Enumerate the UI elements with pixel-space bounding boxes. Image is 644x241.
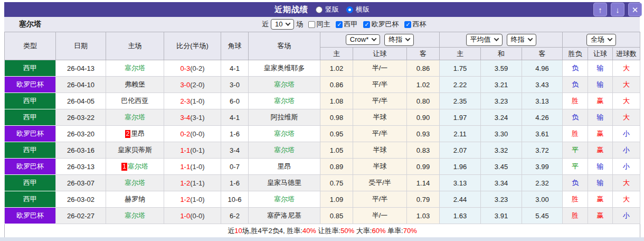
match-date: 26-03-20 xyxy=(56,126,106,142)
home-team: 巴伦西亚 xyxy=(106,93,164,109)
match-count-select[interactable]: 10 xyxy=(271,19,294,30)
avg-away-odds: 4.96 xyxy=(522,60,563,77)
league-badge: 欧罗巴杯 xyxy=(5,77,56,93)
away-odds: 0.86 xyxy=(407,60,440,77)
match-date: 26-03-13 xyxy=(56,159,106,175)
home-odds: 0.85 xyxy=(320,208,353,224)
same-home-checkbox[interactable] xyxy=(308,21,315,28)
avg-home-odds: 2.22 xyxy=(440,77,481,93)
match-date: 26-04-13 xyxy=(56,60,106,77)
laliga-checkbox[interactable]: ✓ xyxy=(336,21,343,28)
summary-row: 近10场,胜4平2负4, 胜率:40% 让胜率:50% 大率:60% 单率:70… xyxy=(5,224,640,238)
avg-away-odds: 5.45 xyxy=(522,208,563,224)
avg-home-odds: 2.35 xyxy=(440,93,481,109)
avg-home-odds: 2.11 xyxy=(440,126,481,142)
avg-draw-odds: 3.59 xyxy=(481,60,522,77)
layout-horizontal-radio[interactable]: 横版 xyxy=(346,5,370,14)
sub-header-avg-draw: 和 xyxy=(481,48,522,60)
table-row: 欧罗巴杯 26-03-13 1塞尔塔 1-1(1-0) 0-7 里昂 0.89 … xyxy=(5,159,640,175)
move-up-button[interactable]: ↑ xyxy=(593,3,607,16)
rank-badge: 1 xyxy=(121,163,127,171)
away-odds: 0.79 xyxy=(407,191,440,208)
average-group-header: 平均值 终指 xyxy=(440,32,563,48)
winloss-result: 负 xyxy=(563,175,588,191)
avg-draw-odds: 3.30 xyxy=(481,126,522,142)
full-match-select[interactable]: 全场 xyxy=(586,34,616,46)
sub-header-handicap-result: 让球 xyxy=(588,48,613,60)
corner-score: 3-0 xyxy=(221,77,249,93)
away-odds: 0.93 xyxy=(407,126,440,142)
table-row: 西甲 26-04-13 塞尔塔 0-3(0-2) 4-1 皇家奥维耶多 1.02… xyxy=(5,60,640,77)
close-button[interactable]: ✕ xyxy=(628,3,642,16)
league-filter-copa[interactable]: ✓ 西杯 xyxy=(404,20,427,29)
goals-result: 大 xyxy=(613,93,640,109)
away-team: 塞尔塔 xyxy=(249,93,320,109)
table-row: 欧罗巴杯 26-03-20 2里昂 0-2(0-0) 1-6 塞尔塔 0.95 … xyxy=(5,126,640,142)
move-down-button[interactable]: ↓ xyxy=(611,3,624,16)
table-row: 欧罗巴杯 26-02-27 塞尔塔 1-0(0-0) 6-2 塞萨洛尼基 0.8… xyxy=(5,208,640,224)
final-odds-select-2[interactable]: 终指 xyxy=(507,34,536,46)
sub-header-home-odds: 主 xyxy=(320,48,353,60)
handicap-line: 平/半 xyxy=(353,126,407,142)
score-cell: 2-3(1-0) xyxy=(164,93,221,109)
chevron-down-icon xyxy=(608,36,613,41)
league-filter-europa[interactable]: ✓ 欧罗巴杯 xyxy=(363,20,399,29)
corner-score: 3-4 xyxy=(221,142,249,159)
winloss-result: 平 xyxy=(563,159,588,175)
same-home-label: 同主 xyxy=(316,20,330,29)
away-team: 塞尔塔 xyxy=(249,126,320,142)
away-odds: 0.83 xyxy=(407,142,440,159)
radio-unselected-icon[interactable] xyxy=(316,6,323,13)
corner-score: 10-6 xyxy=(221,191,249,208)
away-odds: 1.14 xyxy=(407,175,440,191)
filter-bar: 塞尔塔 近 10 场 同主 ✓ 西甲 ✓ 欧罗巴杯 ✓ 西杯 xyxy=(4,17,640,32)
results-tbody: 西甲 26-04-13 塞尔塔 0-3(0-2) 4-1 皇家奥维耶多 1.02… xyxy=(5,60,640,238)
handicap-line: 半/一 xyxy=(353,208,407,224)
rank-badge: 2 xyxy=(125,130,131,138)
chevron-down-icon xyxy=(494,36,499,41)
home-team: 塞尔塔 xyxy=(106,175,164,191)
home-odds: 0.75 xyxy=(320,175,353,191)
radio-selected-icon[interactable] xyxy=(346,6,353,13)
copa-label: 西杯 xyxy=(412,20,426,29)
page-bottom-strip xyxy=(0,237,644,241)
col-header-home: 主场 xyxy=(106,32,164,60)
avg-draw-odds: 3.23 xyxy=(481,93,522,109)
chevron-down-icon xyxy=(527,36,533,41)
home-odds: 1.05 xyxy=(320,142,353,159)
goals-result: 小 xyxy=(613,126,640,142)
average-select[interactable]: 平均值 xyxy=(466,34,503,46)
home-team: 2里昂 xyxy=(106,126,164,142)
handicap-line: 平/半 xyxy=(353,191,407,208)
score-cell: 1-1(0-1) xyxy=(164,142,221,159)
handicap-result: 赢 xyxy=(588,126,613,142)
europa-checkbox[interactable]: ✓ xyxy=(363,21,370,28)
league-badge: 西甲 xyxy=(5,142,56,159)
home-odds: 1.09 xyxy=(320,191,353,208)
handicap-result: 输 xyxy=(588,159,613,175)
handicap-result: 赢 xyxy=(588,142,613,159)
chevron-down-icon xyxy=(286,21,291,26)
copa-checkbox[interactable]: ✓ xyxy=(404,21,411,28)
avg-draw-odds: 3.21 xyxy=(481,77,522,93)
layout-vertical-radio[interactable]: 竖版 xyxy=(316,5,339,14)
league-filter-laliga[interactable]: ✓ 西甲 xyxy=(336,20,358,29)
match-date: 26-04-10 xyxy=(56,77,106,93)
away-team: 里昂 xyxy=(249,159,320,175)
match-date: 26-03-02 xyxy=(56,191,106,208)
col-header-score: 比分(半场) xyxy=(164,32,221,60)
handicap-line: 平/半 xyxy=(353,77,407,93)
final-odds-select-1[interactable]: 终指 xyxy=(384,34,414,46)
home-team: 塞尔塔 xyxy=(106,208,164,224)
chevron-down-icon xyxy=(372,36,377,41)
layout-horizontal-label: 横版 xyxy=(356,5,370,14)
bookmaker-select[interactable]: Crow* xyxy=(346,34,380,45)
winloss-result: 胜 xyxy=(563,191,588,208)
table-row: 西甲 26-04-05 巴伦西亚 2-3(1-0) 6-0 塞尔塔 1.08 平… xyxy=(5,93,640,109)
avg-away-odds: 3.43 xyxy=(522,77,563,93)
up-arrow-icon: ↑ xyxy=(598,6,602,14)
avg-away-odds: 2.32 xyxy=(522,175,563,191)
goals-result: 小 xyxy=(613,159,640,175)
winloss-result: 负 xyxy=(563,77,588,93)
same-home-filter[interactable]: 同主 xyxy=(308,20,330,29)
